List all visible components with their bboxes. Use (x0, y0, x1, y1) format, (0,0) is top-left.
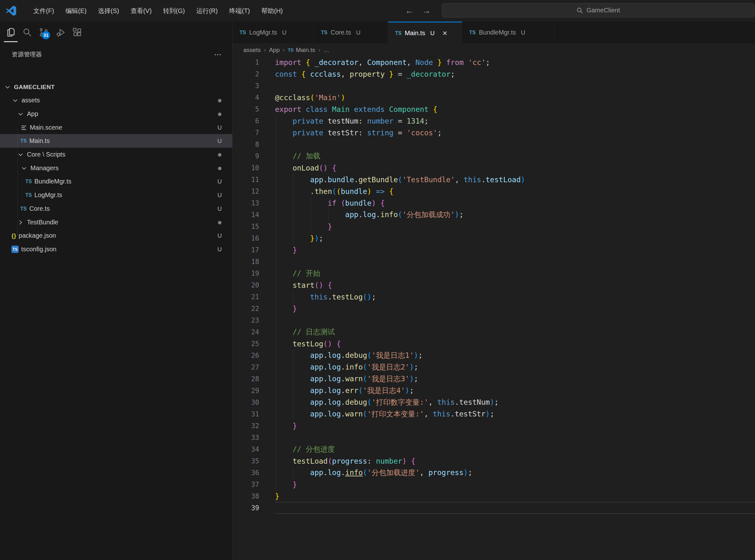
code-line-29[interactable]: 29 app.log.err('我是日志4'); (232, 385, 755, 397)
code-line-23[interactable]: 23 (232, 314, 755, 326)
menu-item-6[interactable]: 终端(T) (223, 0, 256, 22)
code-line-10[interactable]: 10 onLoad() { (232, 162, 755, 174)
code-line-16[interactable]: 16 }); (232, 232, 755, 244)
code-line-28[interactable]: 28 app.log.warn('我是日志3'); (232, 373, 755, 385)
line-number[interactable]: 9 (232, 153, 259, 160)
line-number[interactable]: 28 (232, 375, 259, 383)
menu-item-2[interactable]: 选择(S) (92, 0, 125, 22)
code-line-14[interactable]: 14 app.log.info('分包加载成功'); (232, 209, 755, 221)
line-number[interactable]: 30 (232, 399, 259, 406)
line-number[interactable]: 16 (232, 235, 259, 242)
line-number[interactable]: 27 (232, 363, 259, 371)
code-line-4[interactable]: 4@ccclass('Main') (232, 92, 755, 103)
forward-icon[interactable]: → (422, 6, 431, 15)
tree-item-assets[interactable]: assets (0, 94, 232, 107)
code-line-8[interactable]: 8 (232, 139, 755, 150)
line-number[interactable]: 6 (232, 117, 259, 125)
menu-item-0[interactable]: 文件(F) (27, 0, 60, 22)
line-number[interactable]: 2 (232, 71, 259, 78)
line-number[interactable]: 1 (232, 59, 259, 66)
tree-item-app[interactable]: App (0, 107, 232, 121)
tree-item-managers[interactable]: Managers (0, 161, 232, 175)
line-number[interactable]: 39 (232, 504, 259, 512)
tree-item-gameclient[interactable]: GAMECLIENT (0, 80, 232, 94)
line-number[interactable]: 19 (232, 270, 259, 277)
line-number[interactable]: 20 (232, 281, 259, 289)
code-line-22[interactable]: 22 } (232, 303, 755, 314)
tree-item-logmgr.ts[interactable]: TSLogMgr.tsU (0, 188, 232, 202)
code-line-36[interactable]: 36 app.log.info('分包加载进度', progress); (232, 467, 755, 479)
tab-bundlemgr.ts[interactable]: TSBundleMgr.tsU (462, 22, 555, 43)
tab-logmgr.ts[interactable]: TSLogMgr.tsU (232, 22, 314, 43)
code-line-31[interactable]: 31 app.log.warn('打印文本变量:', this.testStr)… (232, 408, 755, 420)
breadcrumb-item-2[interactable]: Main.ts (296, 46, 315, 54)
line-number[interactable]: 18 (232, 258, 259, 265)
line-number[interactable]: 32 (232, 422, 259, 430)
line-number[interactable]: 21 (232, 293, 259, 301)
line-number[interactable]: 26 (232, 352, 259, 359)
tree-item-package.json[interactable]: {}package.jsonU (0, 229, 232, 242)
line-number[interactable]: 35 (232, 457, 259, 465)
code-line-38[interactable]: 38} (232, 490, 755, 502)
tree-item-tsconfig.json[interactable]: TStsconfig.jsonU (0, 242, 232, 256)
code-line-26[interactable]: 26 app.log.debug('我是日志1'); (232, 349, 755, 361)
line-number[interactable]: 7 (232, 129, 259, 137)
line-number[interactable]: 34 (232, 445, 259, 453)
code-line-39[interactable]: 39 (232, 502, 755, 514)
menu-item-7[interactable]: 帮助(H) (256, 0, 289, 22)
code-area[interactable]: 1import { _decorator, Component, Node } … (232, 56, 755, 560)
code-line-17[interactable]: 17 } (232, 244, 755, 256)
line-number[interactable]: 10 (232, 164, 259, 172)
code-line-27[interactable]: 27 app.log.info('我是日志2'); (232, 361, 755, 373)
code-line-3[interactable]: 3 (232, 80, 755, 92)
code-line-11[interactable]: 11 app.bundle.getBundle('TestBundle', th… (232, 174, 755, 185)
tab-core.ts[interactable]: TSCore.tsU (314, 22, 388, 43)
code-line-21[interactable]: 21 this.testLog(); (232, 291, 755, 303)
code-line-9[interactable]: 9 // 加载 (232, 150, 755, 162)
line-number[interactable]: 36 (232, 469, 259, 477)
tree-item-main.scene[interactable]: Main.sceneU (0, 121, 232, 134)
line-number[interactable]: 24 (232, 328, 259, 336)
close-icon[interactable]: ✕ (442, 29, 448, 37)
line-number[interactable]: 38 (232, 493, 259, 500)
back-icon[interactable]: ← (405, 6, 414, 15)
line-number[interactable]: 14 (232, 211, 259, 219)
menu-item-5[interactable]: 运行(R) (190, 0, 223, 22)
line-number[interactable]: 3 (232, 82, 259, 90)
line-number[interactable]: 15 (232, 223, 259, 231)
breadcrumb[interactable]: assets›App›TSMain.ts›… (232, 43, 755, 56)
code-line-18[interactable]: 18 (232, 256, 755, 267)
code-line-24[interactable]: 24 // 日志测试 (232, 326, 755, 338)
code-line-32[interactable]: 32 } (232, 420, 755, 432)
line-number[interactable]: 25 (232, 340, 259, 348)
line-number[interactable]: 11 (232, 176, 259, 183)
menu-item-3[interactable]: 查看(V) (125, 0, 158, 22)
line-number[interactable]: 8 (232, 141, 259, 148)
line-number[interactable]: 13 (232, 199, 259, 207)
code-line-37[interactable]: 37 } (232, 479, 755, 490)
breadcrumb-item-3[interactable]: … (324, 46, 329, 54)
line-number[interactable]: 23 (232, 317, 259, 324)
code-line-30[interactable]: 30 app.log.debug('打印数字变量:', this.testNum… (232, 397, 755, 408)
line-number[interactable]: 31 (232, 411, 259, 418)
code-line-33[interactable]: 33 (232, 432, 755, 443)
line-number[interactable]: 37 (232, 481, 259, 488)
tree-item-bundlemgr.ts[interactable]: TSBundleMgr.tsU (0, 175, 232, 188)
breadcrumb-item-1[interactable]: App (269, 46, 280, 54)
tree-item-main.ts[interactable]: TSMain.tsU (0, 134, 232, 148)
code-line-35[interactable]: 35 testLoad(progress: number) { (232, 455, 755, 467)
code-line-12[interactable]: 12 .then((bundle) => { (232, 185, 755, 197)
breadcrumb-item-0[interactable]: assets (243, 46, 261, 54)
command-center[interactable]: GameClient (442, 3, 754, 17)
line-number[interactable]: 29 (232, 387, 259, 395)
tree-item-testbundle[interactable]: TestBundle (0, 216, 232, 229)
code-line-1[interactable]: 1import { _decorator, Component, Node } … (232, 56, 755, 68)
code-line-20[interactable]: 20 start() { (232, 279, 755, 291)
line-number[interactable]: 5 (232, 105, 259, 113)
line-number[interactable]: 4 (232, 94, 259, 101)
line-number[interactable]: 17 (232, 246, 259, 254)
code-line-7[interactable]: 7 private testStr: string = 'cocos'; (232, 127, 755, 139)
menu-item-4[interactable]: 转到(G) (158, 0, 191, 22)
code-line-6[interactable]: 6 private testNum: number = 1314; (232, 115, 755, 127)
menu-item-1[interactable]: 编辑(E) (60, 0, 93, 22)
